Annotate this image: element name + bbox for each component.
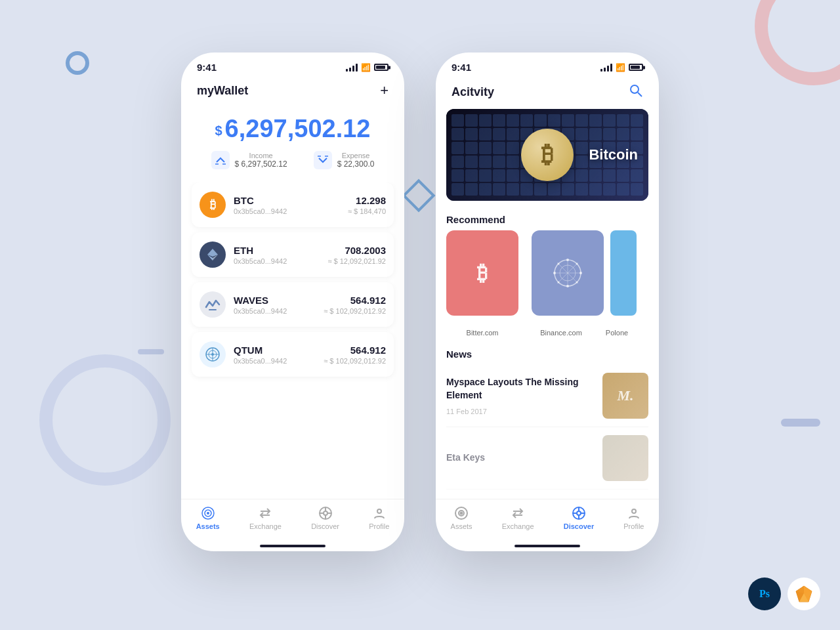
recommend-card-binance[interactable] [532, 230, 604, 316]
news-content-2: Eta Keys [446, 452, 595, 465]
wifi-icon-2: 📶 [616, 63, 625, 72]
coin-item-waves[interactable]: WAVES 0x3b5ca0...9442 564.912 ≈ $ 102,09… [192, 282, 394, 327]
phone-activity: 9:41 📶 Acitvity [436, 52, 659, 551]
svg-point-35 [576, 263, 578, 265]
bottom-nav-2: Assets Exchange Discover [436, 499, 659, 543]
eth-address: 0x3b5ca0...9442 [234, 257, 327, 265]
photoshop-icon: Ps [748, 578, 781, 610]
recommend-labels: Bitter.com Binance.com Polone [436, 324, 659, 343]
status-bar-1: 9:41 📶 [181, 52, 404, 78]
btc-info: BTC 0x3b5ca0...9442 [234, 195, 348, 215]
bitcoin-hero-text: Bitcoin [589, 146, 638, 163]
qtum-address: 0x3b5ca0...9442 [234, 357, 324, 365]
svg-marker-4 [207, 249, 218, 257]
nav-discover-label-2: Discover [564, 522, 594, 530]
svg-point-36 [576, 282, 578, 284]
news-item-2[interactable]: Eta Keys [446, 427, 648, 490]
search-button[interactable] [629, 83, 643, 101]
svg-point-37 [558, 282, 560, 284]
coin-item-qtum[interactable]: QTUM 0x3b5ca0...9442 564.912 ≈ $ 102,092… [192, 332, 394, 377]
nav-profile-label-2: Profile [623, 522, 644, 530]
expense-stat: Expense $ 22,300.0 [314, 151, 375, 169]
coin-item-eth[interactable]: ETH 0x3b5ca0...9442 708.2003 ≈ $ 12,092,… [192, 232, 394, 277]
nav-assets-label-2: Assets [451, 522, 472, 530]
tool-icons: Ps [748, 578, 820, 610]
news-title-2: Eta Keys [446, 452, 595, 465]
waves-name: WAVES [234, 295, 324, 306]
nav-assets-1[interactable]: Assets [196, 506, 220, 530]
activity-header: Acitvity [436, 78, 659, 109]
qtum-icon [200, 341, 226, 368]
signal-icon-1 [346, 64, 358, 72]
eth-usd: ≈ $ 12,092,021.92 [327, 257, 386, 265]
bottom-nav-1: Assets Exchange Discover [181, 499, 404, 543]
balance-section: $ 6,297,502.12 Income $ 6,297,502.12 [181, 108, 404, 182]
bitter-icon: ₿ [477, 261, 488, 285]
news-title-1: Myspace Layouts The Missing Element [446, 376, 595, 402]
btc-amount: 12.298 [348, 195, 386, 206]
svg-point-22 [631, 85, 639, 93]
waves-usd: ≈ $ 102,092,012.92 [324, 307, 386, 315]
phone-wallet: 9:41 📶 myWallet + $ [181, 52, 404, 551]
battery-icon-1 [374, 64, 388, 71]
status-icons-1: 📶 [346, 63, 388, 72]
activity-title: Acitvity [452, 85, 494, 99]
income-value: $ 6,297,502.12 [235, 159, 287, 169]
nav-profile-label-1: Profile [369, 522, 389, 530]
nav-exchange-label-1: Exchange [249, 522, 282, 530]
recommend-list: ₿ [436, 230, 659, 324]
hero-bitcoin-image: ₿ Bitcoin [446, 109, 648, 201]
recommend-card-polone-partial[interactable] [610, 230, 637, 316]
nav-exchange-2[interactable]: Exchange [502, 506, 534, 530]
nav-discover-1[interactable]: Discover [311, 506, 339, 530]
expense-value: $ 22,300.0 [337, 159, 375, 169]
coin-list: ₿ BTC 0x3b5ca0...9442 12.298 ≈ $ 184,470 [181, 182, 404, 499]
waves-value: 564.912 ≈ $ 102,092,012.92 [324, 295, 386, 315]
status-time-2: 9:41 [452, 62, 471, 73]
wallet-header: myWallet + [181, 78, 404, 108]
status-icons-2: 📶 [600, 63, 643, 72]
svg-point-34 [558, 263, 560, 265]
qtum-usd: ≈ $ 102,092,012.92 [324, 357, 386, 365]
signal-icon-2 [600, 64, 612, 72]
nav-assets-2[interactable]: Assets [451, 506, 472, 530]
income-label: Income [235, 152, 287, 159]
balance-value: 6,297,502.12 [225, 115, 371, 143]
nav-discover-2[interactable]: Discover [564, 506, 594, 530]
svg-point-40 [461, 513, 463, 514]
news-item-1[interactable]: Myspace Layouts The Missing Element 11 F… [446, 365, 648, 427]
svg-point-21 [377, 509, 381, 513]
bitcoin-coin: ₿ [521, 129, 574, 181]
income-stat: Income $ 6,297,502.12 [211, 151, 287, 169]
eth-value: 708.2003 ≈ $ 12,092,021.92 [327, 245, 386, 265]
nav-profile-2[interactable]: Profile [623, 506, 644, 530]
bg-decoration-circle-blue [66, 51, 89, 75]
svg-point-42 [577, 511, 581, 515]
eth-info: ETH 0x3b5ca0...9442 [234, 245, 327, 265]
news-section: Myspace Layouts The Missing Element 11 F… [436, 365, 659, 499]
qtum-name: QTUM [234, 345, 324, 356]
expense-label: Expense [337, 152, 375, 159]
nav-profile-1[interactable]: Profile [369, 506, 389, 530]
btc-value: 12.298 ≈ $ 184,470 [348, 195, 386, 215]
wifi-icon-1: 📶 [361, 63, 371, 72]
waves-info: WAVES 0x3b5ca0...9442 [234, 295, 324, 315]
bg-decoration-arc-pink [755, 0, 840, 85]
recommend-card-bitter[interactable]: ₿ [446, 230, 518, 316]
nav-exchange-label-2: Exchange [502, 522, 534, 530]
qtum-value: 564.912 ≈ $ 102,092,012.92 [324, 345, 386, 365]
coin-item-btc[interactable]: ₿ BTC 0x3b5ca0...9442 12.298 ≈ $ 184,470 [192, 182, 394, 227]
svg-point-14 [207, 512, 209, 514]
waves-icon [200, 291, 226, 318]
btc-icon: ₿ [200, 192, 226, 218]
news-date-1: 11 Feb 2017 [446, 408, 595, 415]
phones-wrapper: 9:41 📶 myWallet + $ [181, 52, 659, 551]
add-wallet-button[interactable]: + [380, 83, 388, 98]
news-title: News [436, 343, 659, 365]
balance-stats: Income $ 6,297,502.12 Expense $ [197, 151, 388, 169]
binance-label: Binance.com [525, 326, 597, 338]
bg-decoration-bar-right [781, 419, 820, 427]
battery-icon-2 [629, 64, 643, 71]
polone-label: Polone [604, 326, 630, 338]
nav-exchange-1[interactable]: Exchange [249, 506, 282, 530]
